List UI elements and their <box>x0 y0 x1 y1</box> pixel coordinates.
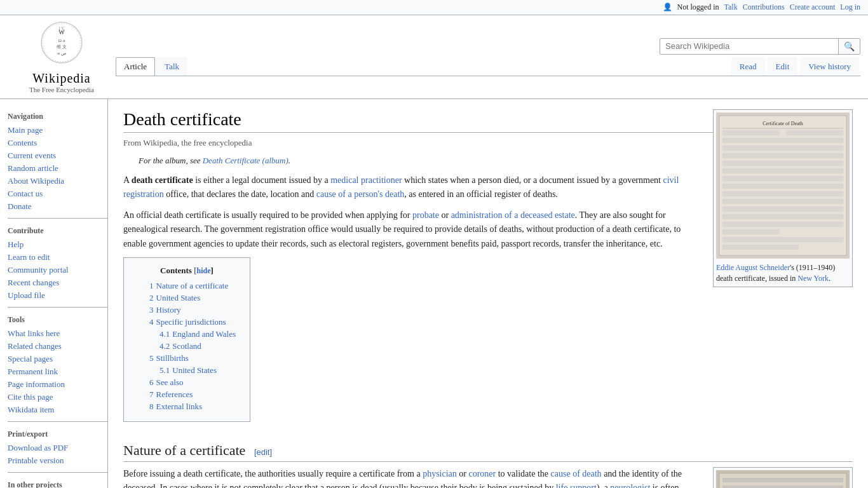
sidebar-item-learn-to-edit[interactable]: Learn to edit <box>8 251 107 264</box>
sidebar-item-contents[interactable]: Contents <box>8 137 107 149</box>
sidebar: Navigation Main page Contents Current ev… <box>0 99 108 488</box>
log-in-link[interactable]: Log in <box>840 3 860 12</box>
toc-hide-button[interactable]: hide <box>197 266 211 275</box>
sidebar-item-community-portal[interactable]: Community portal <box>8 264 107 276</box>
probate-link[interactable]: probate <box>412 210 439 220</box>
tab-edit[interactable]: Edit <box>768 57 798 76</box>
sidebar-item-printable-version[interactable]: Printable version <box>8 454 107 467</box>
svg-rect-20 <box>722 191 843 196</box>
nav-section-title: Navigation <box>8 112 107 121</box>
sidebar-item-permanent-link[interactable]: Permanent link <box>8 365 107 378</box>
sidebar-item-related-changes[interactable]: Related changes <box>8 340 107 353</box>
toc-link-2[interactable]: 2United States <box>149 293 200 302</box>
search-row: 🔍 <box>116 38 860 57</box>
search-input[interactable] <box>660 39 838 54</box>
administration-link[interactable]: administration of a deceased estate <box>451 210 575 220</box>
infobox-caption: Eddie August Schneider's (1911–1940) dea… <box>716 262 850 284</box>
sidebar-item-help[interactable]: Help <box>8 238 107 251</box>
certificate-image: Certificate of Death <box>716 112 850 259</box>
toc-item-4-1: 4.1England and Wales <box>159 329 240 339</box>
neurologist-link[interactable]: neurologist <box>610 483 650 488</box>
section-1-edit-link[interactable]: edit <box>257 447 270 457</box>
sidebar-item-contact[interactable]: Contact us <box>8 187 107 200</box>
svg-rect-26 <box>722 237 843 242</box>
toc-link-4[interactable]: 4Specific jurisdictions <box>149 317 226 327</box>
sidebar-item-download-pdf[interactable]: Download as PDF <box>8 442 107 454</box>
sidebar-item-special-pages[interactable]: Special pages <box>8 353 107 365</box>
sidebar-item-main-page[interactable]: Main page <box>8 124 107 137</box>
sidebar-item-upload-file[interactable]: Upload file <box>8 289 107 302</box>
italic-note-end: . <box>288 156 290 165</box>
tab-article[interactable]: Article <box>116 57 155 76</box>
eddie-schneider-link[interactable]: Eddie August Schneider <box>716 263 790 272</box>
toc-link-3[interactable]: 3History <box>149 305 181 315</box>
medical-practitioner-link[interactable]: medical practitioner <box>330 175 402 185</box>
infobox-image: Certificate of Death <box>713 109 853 287</box>
toc-link-4-2[interactable]: 4.2Scotland <box>159 341 201 351</box>
user-icon: 👤 <box>663 3 672 12</box>
svg-rect-21 <box>722 199 843 204</box>
sidebar-item-current-events[interactable]: Current events <box>8 149 107 162</box>
toc-link-1[interactable]: 1Nature of a certificate <box>149 281 228 290</box>
contributions-link[interactable]: Contributions <box>743 3 785 12</box>
section-1-edit: [edit] <box>254 447 272 457</box>
main-layout: Navigation Main page Contents Current ev… <box>0 99 868 488</box>
physician-link[interactable]: physician <box>423 469 457 478</box>
tabs-search-area: 🔍 Article Talk Read Edit View history <box>116 38 860 76</box>
svg-text:维 文: 维 文 <box>57 44 67 50</box>
logo-area: W Ω α 维 文 и ص ∫ ∑ Wikipedia The Free Enc… <box>8 20 116 93</box>
toc-item-4: 4Specific jurisdictions 4.1England and W… <box>149 317 240 351</box>
other-projects-title: In other projects <box>8 480 107 488</box>
toc-sub-5: 5.1United States <box>159 365 240 376</box>
toc-title: Contents [hide] <box>134 266 240 276</box>
cause-of-death-link-2[interactable]: cause of death <box>551 469 602 478</box>
toc-link-6[interactable]: 6See also <box>149 377 183 387</box>
tab-right: Read Edit View history <box>731 57 860 76</box>
toc-link-7[interactable]: 7References <box>149 390 193 399</box>
svg-rect-30 <box>722 478 843 482</box>
life-support-link[interactable]: life support <box>556 483 597 488</box>
svg-rect-24 <box>722 222 843 227</box>
toc-link-8[interactable]: 8External links <box>149 402 202 411</box>
toc-item-5: 5Stillbirths 5.1United States <box>149 353 240 376</box>
tab-read[interactable]: Read <box>731 57 765 76</box>
toc-link-4-1[interactable]: 4.1England and Wales <box>159 329 236 339</box>
sidebar-item-recent-changes[interactable]: Recent changes <box>8 276 107 289</box>
second-cert-svg <box>716 470 850 488</box>
sidebar-item-wikidata-item[interactable]: Wikidata item <box>8 403 107 416</box>
not-logged-in-text: Not logged in <box>677 3 719 12</box>
tab-view-history[interactable]: View history <box>800 57 859 76</box>
sidebar-item-donate[interactable]: Donate <box>8 200 107 213</box>
new-york-link[interactable]: New York <box>797 274 829 283</box>
svg-rect-16 <box>722 161 843 166</box>
contribute-section-title: Contribute <box>8 226 107 236</box>
cause-of-death-link[interactable]: cause of a person's death <box>316 189 405 199</box>
section-1-heading: Nature of a certificate [edit] <box>123 442 853 462</box>
infobox-image-2 <box>713 467 853 488</box>
sidebar-item-cite-this-page[interactable]: Cite this page <box>8 391 107 403</box>
site-subtitle: The Free Encyclopedia <box>29 86 94 93</box>
album-link[interactable]: Death Certificate (album) <box>203 156 288 165</box>
header: W Ω α 维 文 и ص ∫ ∑ Wikipedia The Free Enc… <box>0 15 868 99</box>
sidebar-item-page-information[interactable]: Page information <box>8 378 107 391</box>
sidebar-item-what-links-here[interactable]: What links here <box>8 327 107 340</box>
svg-rect-15 <box>722 153 843 158</box>
toc-title-text: Contents <box>160 266 192 275</box>
tabs-row: Article Talk Read Edit View history <box>116 57 860 76</box>
talk-link[interactable]: Talk <box>724 3 738 12</box>
bold-term: death certificate <box>132 175 193 185</box>
tab-talk[interactable]: Talk <box>156 57 187 76</box>
svg-rect-18 <box>722 176 843 181</box>
coroner-link[interactable]: coroner <box>468 469 496 478</box>
search-button[interactable]: 🔍 <box>838 39 860 54</box>
search-box: 🔍 <box>660 38 860 55</box>
tools-section-title: Tools <box>8 315 107 325</box>
toc-item-1: 1Nature of a certificate <box>149 281 240 291</box>
toc-link-5[interactable]: 5Stillbirths <box>149 353 189 363</box>
toc-link-5-1[interactable]: 5.1United States <box>159 365 217 375</box>
create-account-link[interactable]: Create account <box>790 3 836 12</box>
toc-item-5-1: 5.1United States <box>159 365 240 376</box>
sidebar-item-random-article[interactable]: Random article <box>8 162 107 175</box>
sidebar-item-about[interactable]: About Wikipedia <box>8 175 107 187</box>
svg-rect-17 <box>722 168 843 173</box>
